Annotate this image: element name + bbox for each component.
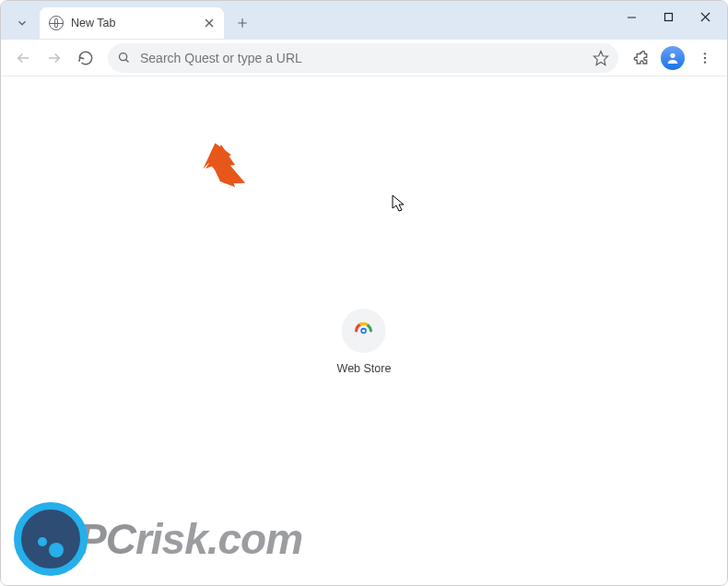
plus-icon — [236, 17, 249, 29]
close-icon — [700, 12, 710, 22]
address-input[interactable] — [140, 51, 593, 65]
chevron-down-icon — [16, 17, 29, 29]
maximize-button[interactable] — [650, 3, 687, 30]
svg-marker-12 — [594, 51, 608, 64]
shortcut-label: Web Store — [337, 362, 392, 375]
svg-point-18 — [362, 329, 365, 332]
profile-button[interactable] — [661, 46, 685, 70]
search-tabs-button[interactable] — [8, 9, 36, 37]
maximize-icon — [663, 12, 674, 22]
tab-title: New Tab — [71, 17, 202, 29]
cursor-icon — [392, 194, 406, 213]
arrow-right-icon — [46, 50, 63, 66]
person-icon — [665, 51, 680, 65]
arrow-left-icon — [15, 50, 31, 66]
svg-marker-20 — [205, 145, 235, 187]
svg-marker-19 — [196, 141, 245, 195]
reload-icon — [77, 50, 94, 66]
browser-tab[interactable]: New Tab — [40, 7, 224, 39]
svg-point-14 — [704, 53, 706, 54]
watermark-logo — [14, 502, 88, 576]
svg-line-11 — [126, 60, 129, 63]
forward-button[interactable] — [40, 43, 69, 73]
svg-point-13 — [670, 53, 675, 57]
extensions-button[interactable] — [626, 43, 655, 73]
menu-button[interactable] — [690, 43, 720, 73]
window-controls — [613, 3, 723, 30]
watermark-text: PCrisk.com — [78, 514, 302, 564]
bookmark-button[interactable] — [593, 50, 609, 66]
back-button[interactable] — [8, 43, 38, 73]
omnibox[interactable] — [108, 43, 618, 73]
minimize-button[interactable] — [613, 3, 650, 30]
titlebar: New Tab — [1, 1, 727, 40]
svg-point-16 — [704, 61, 706, 63]
close-window-button[interactable] — [687, 3, 723, 30]
shortcut-web-store[interactable]: Web Store — [337, 309, 392, 375]
annotation-arrow — [189, 141, 253, 205]
svg-point-15 — [704, 56, 706, 58]
watermark: PCrisk.com — [14, 502, 302, 576]
star-icon — [593, 50, 609, 66]
reload-button[interactable] — [71, 43, 100, 73]
web-store-icon — [353, 320, 375, 342]
minimize-icon — [627, 12, 637, 22]
puzzle-icon — [632, 50, 649, 66]
svg-rect-5 — [664, 13, 672, 20]
new-tab-button[interactable] — [229, 10, 255, 36]
svg-marker-21 — [393, 195, 404, 211]
toolbar — [1, 40, 727, 76]
svg-point-10 — [120, 53, 127, 61]
globe-icon — [49, 16, 64, 30]
kebab-icon — [698, 51, 712, 65]
shortcut-circle — [342, 309, 386, 353]
new-tab-content: Web Store PCrisk.com — [1, 76, 727, 585]
tab-close-button[interactable] — [202, 16, 217, 30]
search-icon — [117, 51, 131, 64]
close-icon — [205, 18, 214, 28]
